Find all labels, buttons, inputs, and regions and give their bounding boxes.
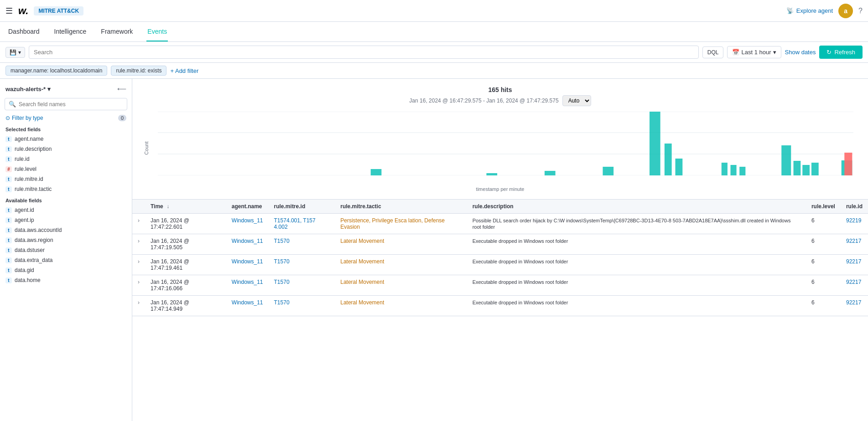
available-field-item[interactable]: tdata.home [0, 275, 132, 285]
level-cell: 6 [806, 234, 841, 255]
selected-field-item[interactable]: trule.description [0, 144, 132, 154]
svg-rect-13 [665, 144, 672, 175]
svg-rect-15 [722, 163, 728, 175]
help-icon[interactable]: ? [858, 7, 863, 15]
available-field-item[interactable]: tagent.ip [0, 215, 132, 225]
mitre-id-cell: T1570 [269, 255, 335, 275]
explore-agent-button[interactable]: 📡 Explore agent [786, 7, 833, 14]
desc-cell: Executable dropped in Windows root folde… [467, 234, 806, 255]
sort-icon: ↓ [166, 203, 169, 210]
search-input[interactable] [29, 46, 699, 59]
collapse-sidebar-icon[interactable]: ⟵ [117, 85, 126, 92]
signal-icon: 📡 [786, 7, 794, 14]
svg-rect-21 [811, 163, 819, 175]
filter-type-row: ⊙ Filter by type 0 [0, 113, 132, 123]
selected-fields-label: Selected fields [0, 123, 132, 134]
selected-field-item[interactable]: trule.id [0, 154, 132, 164]
rule-id-cell: 92217 [841, 234, 868, 255]
chevron-down-icon: ▾ [47, 86, 51, 92]
expand-cell[interactable]: › [132, 214, 145, 234]
rule-desc-col-header[interactable]: rule.description [467, 200, 806, 214]
filter-mitre-id[interactable]: rule.mitre.id: exists [111, 66, 166, 76]
rule-id-cell: 92217 [841, 296, 868, 316]
rule-level-col-header[interactable]: rule.level [806, 200, 841, 214]
available-field-item[interactable]: tdata.extra_data [0, 255, 132, 265]
search-bar: 💾 ▾ DQL 📅 Last 1 hour ▾ Show dates ↻ Ref… [0, 42, 868, 63]
expand-cell[interactable]: › [132, 255, 145, 275]
histogram-chart: 30 20 10 0 [158, 112, 853, 175]
search-icon: 🔍 [9, 101, 16, 108]
tactic-cell: Lateral Movement [335, 275, 467, 296]
selected-field-item[interactable]: tagent.name [0, 134, 132, 144]
level-cell: 6 [806, 214, 841, 234]
sidebar-header: wazuh-alerts-* ▾ ⟵ [0, 82, 132, 95]
sidebar: wazuh-alerts-* ▾ ⟵ 🔍 ⊙ Filter by type 0 … [0, 79, 132, 421]
available-field-item[interactable]: tdata.gid [0, 265, 132, 275]
time-cell: Jan 16, 2024 @ 17:47:14.949 [145, 296, 226, 316]
filter-icon: ⊙ [5, 115, 10, 121]
agent-name-cell: Windows_11 [226, 234, 269, 255]
available-field-item[interactable]: tdata.aws.region [0, 235, 132, 245]
available-field-item[interactable]: tagent.id [0, 205, 132, 215]
time-cell: Jan 16, 2024 @ 17:47:19.461 [145, 255, 226, 275]
svg-rect-23 [844, 153, 852, 175]
svg-rect-19 [794, 161, 801, 175]
table-section: Time ↓ agent.name rule.mitre.id rule.mit… [132, 200, 868, 316]
rule-id-cell: 92217 [841, 255, 868, 275]
user-avatar[interactable]: a [838, 4, 853, 18]
mitre-id-cell: T1570 [269, 275, 335, 296]
table-row: › Jan 16, 2024 @ 17:47:19.505 Windows_11… [132, 234, 868, 255]
mitre-tactic-col-header[interactable]: rule.mitre.tactic [335, 200, 467, 214]
agent-name-cell: Windows_11 [226, 296, 269, 316]
selected-field-item[interactable]: trule.mitre.id [0, 174, 132, 184]
x-axis-label: timestamp per minute [140, 186, 861, 192]
available-field-item[interactable]: tdata.dstuser [0, 245, 132, 255]
refresh-icon: ↻ [826, 49, 832, 56]
chevron-down-icon: ▾ [773, 49, 776, 56]
tactic-cell: Lateral Movement [335, 296, 467, 316]
desc-cell: Executable dropped in Windows root folde… [467, 255, 806, 275]
tab-framework[interactable]: Framework [100, 22, 134, 41]
search-fields-input[interactable] [19, 101, 123, 108]
selected-field-item[interactable]: #rule.level [0, 164, 132, 174]
mitre-id-cell: T1570 [269, 296, 335, 316]
agent-name-cell: Windows_11 [226, 214, 269, 234]
save-icon: 💾 [10, 49, 16, 56]
mitre-id-col-header[interactable]: rule.mitre.id [269, 200, 335, 214]
filter-manager-name[interactable]: manager.name: localhost.localdomain [5, 66, 107, 76]
time-col-header[interactable]: Time ↓ [145, 200, 226, 214]
tab-dashboard[interactable]: Dashboard [7, 22, 41, 41]
agent-name-col-header[interactable]: agent.name [226, 200, 269, 214]
filter-count-badge: 0 [118, 115, 126, 121]
tab-intelligence[interactable]: Intelligence [53, 22, 88, 41]
chart-section: 165 hits Jan 16, 2024 @ 16:47:29.575 - J… [132, 79, 868, 200]
table-row: › Jan 16, 2024 @ 17:47:14.949 Windows_11… [132, 296, 868, 316]
refresh-button[interactable]: ↻ Refresh [819, 46, 863, 59]
expand-cell[interactable]: › [132, 275, 145, 296]
dql-button[interactable]: DQL [702, 46, 724, 58]
tab-events[interactable]: Events [146, 22, 168, 41]
expand-col-header [132, 200, 145, 214]
main-layout: wazuh-alerts-* ▾ ⟵ 🔍 ⊙ Filter by type 0 … [0, 79, 868, 421]
available-field-item[interactable]: tdata.aws.accountId [0, 225, 132, 235]
svg-rect-20 [802, 165, 810, 175]
app-badge: MITRE ATT&CK [34, 6, 83, 15]
index-selector[interactable]: 💾 ▾ [5, 47, 25, 58]
rule-id-col-header[interactable]: rule.id [841, 200, 868, 214]
hamburger-icon[interactable]: ☰ [5, 6, 13, 16]
add-filter-button[interactable]: + Add filter [170, 67, 198, 74]
expand-cell[interactable]: › [132, 296, 145, 316]
logo: w. [18, 5, 28, 17]
interval-select[interactable]: Auto [562, 95, 591, 106]
selected-field-item[interactable]: trule.mitre.tactic [0, 184, 132, 194]
selected-fields-list: tagent.nametrule.descriptiontrule.id#rul… [0, 134, 132, 194]
filter-by-type-button[interactable]: ⊙ Filter by type [5, 115, 43, 121]
time-picker[interactable]: 📅 Last 1 hour ▾ [727, 46, 781, 58]
svg-rect-9 [486, 173, 497, 175]
show-dates-button[interactable]: Show dates [785, 49, 816, 56]
expand-cell[interactable]: › [132, 234, 145, 255]
sidebar-index-name[interactable]: wazuh-alerts-* ▾ [5, 86, 51, 92]
time-cell: Jan 16, 2024 @ 17:47:19.505 [145, 234, 226, 255]
agent-name-cell: Windows_11 [226, 275, 269, 296]
tactic-cell: Persistence, Privilege Esca lation, Defe… [335, 214, 467, 234]
